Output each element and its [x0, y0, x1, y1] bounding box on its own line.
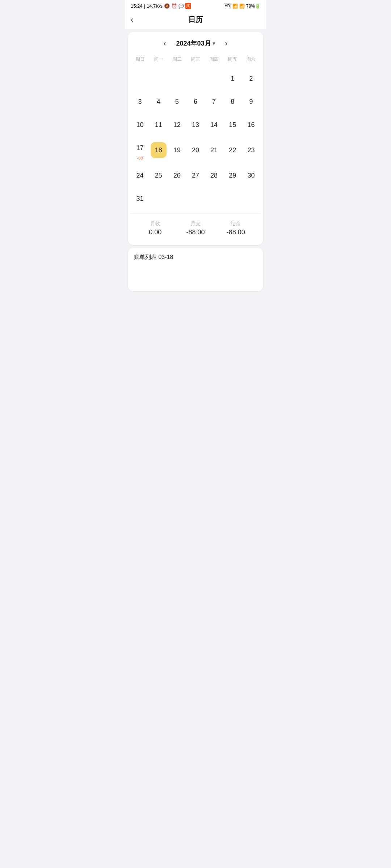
day-cell[interactable]: 5	[168, 90, 186, 113]
day-cell[interactable]: 26	[168, 164, 186, 187]
status-separator: |	[144, 3, 145, 9]
day-number-wrapper: 20	[188, 142, 203, 158]
bills-title: 账单列表 03-18	[134, 254, 257, 261]
status-time: 15:24	[131, 3, 143, 9]
day-cell[interactable]: 2	[242, 67, 260, 90]
mute-icon: 🔕	[164, 3, 170, 9]
day-cell[interactable]: 23	[242, 136, 260, 164]
day-number: 18	[155, 146, 162, 154]
month-title[interactable]: 2024年03月 ▾	[176, 39, 215, 48]
day-number-wrapper: 13	[188, 117, 203, 133]
day-cell[interactable]: 16	[242, 113, 260, 136]
day-cell	[223, 187, 242, 210]
day-cell[interactable]: 22	[223, 136, 242, 164]
income-summary: 月收 0.00	[135, 221, 175, 236]
day-number-wrapper: 2	[243, 71, 259, 86]
day-cell[interactable]: 30	[242, 164, 260, 187]
monthly-summary: 月收 0.00 月支 -88.00 结余 -88.00	[131, 213, 260, 238]
day-cell[interactable]: 14	[205, 113, 223, 136]
income-value: 0.00	[149, 229, 161, 236]
day-number: 12	[173, 121, 181, 129]
day-cell	[168, 67, 186, 90]
day-cell	[149, 67, 168, 90]
day-cell[interactable]: 31	[131, 187, 149, 210]
day-cell[interactable]: 19	[168, 136, 186, 164]
weekdays-row: 周日周一周二周三周四周五周六	[131, 55, 260, 64]
weekday-label: 周三	[186, 55, 205, 64]
day-cell	[131, 67, 149, 90]
day-cell[interactable]: 10	[131, 113, 149, 136]
dropdown-icon: ▾	[213, 41, 215, 46]
day-number-wrapper: 22	[224, 142, 240, 158]
day-number: 5	[175, 98, 179, 106]
day-number: 28	[210, 172, 218, 179]
hd-label: HD	[224, 4, 231, 8]
day-number-wrapper: 5	[169, 94, 185, 110]
alarm-icon: ⏰	[171, 3, 177, 9]
prev-month-button[interactable]: ‹	[159, 38, 171, 49]
day-cell[interactable]: 3	[131, 90, 149, 113]
day-cell[interactable]: 13	[186, 113, 205, 136]
day-number: 7	[212, 98, 216, 106]
day-cell[interactable]: 8	[223, 90, 242, 113]
day-cell[interactable]: 29	[223, 164, 242, 187]
day-number: 27	[192, 172, 199, 179]
day-cell[interactable]: 20	[186, 136, 205, 164]
day-number: 14	[210, 121, 218, 129]
back-button[interactable]: ‹	[131, 15, 133, 25]
day-cell	[242, 187, 260, 210]
weekday-label: 周二	[168, 55, 186, 64]
day-cell[interactable]: 6	[186, 90, 205, 113]
day-number-wrapper: 10	[132, 117, 148, 133]
chat-icon: 💬	[178, 4, 184, 9]
day-cell[interactable]: 17-88	[131, 136, 149, 164]
day-number: 8	[231, 98, 234, 106]
day-cell[interactable]: 7	[205, 90, 223, 113]
day-cell[interactable]: 21	[205, 136, 223, 164]
day-number: 6	[194, 98, 197, 106]
day-number: 1	[231, 75, 234, 82]
day-number: 16	[247, 121, 255, 129]
month-label: 2024年03月	[176, 39, 211, 48]
status-left: 15:24 | 14.7K/s 🔕 ⏰ 💬 淘	[131, 3, 191, 9]
day-cell[interactable]: 1	[223, 67, 242, 90]
day-number-wrapper: 18	[151, 142, 167, 158]
day-cell[interactable]: 9	[242, 90, 260, 113]
balance-label: 结余	[231, 221, 241, 227]
day-cell[interactable]: 25	[149, 164, 168, 187]
day-cell[interactable]: 11	[149, 113, 168, 136]
day-number: 21	[210, 146, 218, 154]
next-month-button[interactable]: ›	[221, 38, 232, 49]
day-number: 22	[229, 146, 236, 154]
day-number-wrapper: 29	[224, 167, 240, 183]
day-number-wrapper: 1	[224, 71, 240, 86]
day-cell[interactable]: 24	[131, 164, 149, 187]
signal1-icon: 📶	[232, 4, 238, 9]
day-cell[interactable]: 12	[168, 113, 186, 136]
day-cell[interactable]: 4	[149, 90, 168, 113]
day-number-wrapper: 6	[188, 94, 203, 110]
day-cell	[149, 187, 168, 210]
day-number: 10	[136, 121, 144, 129]
weekday-label: 周日	[131, 55, 149, 64]
app-header: ‹ 日历	[125, 10, 266, 29]
day-number-wrapper: 25	[151, 167, 167, 183]
weekday-label: 周五	[223, 55, 242, 64]
expense-label: 月支	[190, 221, 201, 227]
day-number-wrapper: 19	[169, 142, 185, 158]
page-title: 日历	[188, 15, 203, 25]
day-number-wrapper: 26	[169, 167, 185, 183]
day-number: 25	[155, 172, 162, 179]
day-number-wrapper: 21	[206, 142, 222, 158]
day-cell[interactable]: 18	[149, 136, 168, 164]
taobao-icon: 淘	[185, 3, 191, 9]
day-cell[interactable]: 27	[186, 164, 205, 187]
day-cell[interactable]: 15	[223, 113, 242, 136]
day-number: 23	[247, 146, 255, 154]
day-number-wrapper: 14	[206, 117, 222, 133]
day-number-wrapper: 31	[132, 191, 148, 207]
status-bar: 15:24 | 14.7K/s 🔕 ⏰ 💬 淘 HD 📶 📶 79%🔋	[125, 0, 266, 10]
day-number: 11	[155, 121, 162, 129]
day-cell[interactable]: 28	[205, 164, 223, 187]
calendar-grid: 1234567891011121314151617-88181920212223…	[131, 67, 260, 210]
